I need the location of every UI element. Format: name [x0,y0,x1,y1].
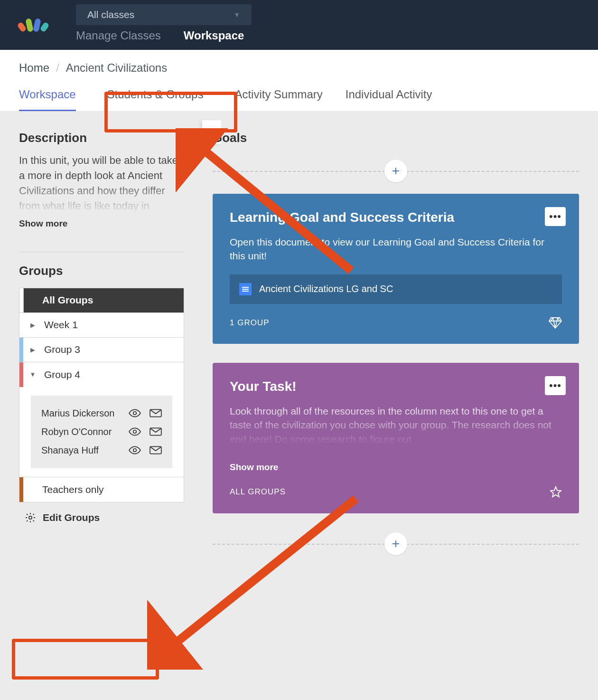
group-label: Group 3 [42,344,80,355]
edit-groups-label: Edit Groups [43,512,100,523]
logo-petal [17,21,27,32]
page-tabs: Workspace Students & Groups Activity Sum… [19,88,579,111]
breadcrumb-separator: / [56,61,59,75]
card-body: Open this document to view our Learning … [230,235,562,263]
eye-icon[interactable] [129,427,141,436]
tab-individual-activity[interactable]: Individual Activity [346,88,432,111]
mail-icon[interactable] [150,427,162,436]
add-row: + [213,160,579,182]
show-more-link[interactable]: Show more [230,462,278,473]
attachment-name: Ancient Civilizations LG and SC [259,284,393,294]
card-body: Look through all of the resources in the… [230,404,562,446]
add-button[interactable]: + [384,532,407,555]
logo [19,19,47,32]
show-more-link[interactable]: Show more [19,218,67,229]
description-title: Description [19,131,184,145]
group-label: Teachers only [23,484,104,495]
card-attachment[interactable]: Ancient Civilizations LG and SC [230,274,562,304]
main-column: Goals + ••• Learning Goal and Success Cr… [194,112,598,700]
mail-icon[interactable] [150,445,162,455]
description-text: In this unit, you will be able to take a… [19,153,184,214]
logo-petal [39,21,49,32]
groups-title: Groups [19,264,184,278]
eye-icon[interactable] [129,408,141,418]
member-row: Shanaya Huff [41,441,162,460]
card-footer-label: ALL GROUPS [230,487,286,497]
group-item-week1[interactable]: ▶ Week 1 [19,313,184,338]
member-name: Shanaya Huff [41,445,99,456]
subheader: Home / Ancient Civilizations Workspace S… [0,50,598,112]
chevron-down-icon: ▼ [234,11,240,19]
document-icon [239,283,252,295]
star-icon [550,486,562,498]
add-button[interactable]: + [384,160,407,182]
breadcrumb: Home / Ancient Civilizations [19,61,579,75]
member-row: Robyn O'Connor [41,423,162,441]
group-item-teachers-only[interactable]: Teachers only [19,477,184,502]
group-members-panel: Marius Dickerson Robyn O'Connor [19,387,184,477]
group-label: All Groups [23,294,93,306]
svg-point-0 [133,412,137,415]
eye-icon[interactable] [129,445,141,455]
group-item-group4[interactable]: ▼ Group 4 [19,362,184,387]
card-menu-button[interactable]: ••• [545,207,566,226]
goal-card[interactable]: ••• Learning Goal and Success Criteria O… [213,194,579,344]
sidebar: Description In this unit, you will be ab… [0,112,194,700]
chevron-right-icon: ▶ [23,346,42,353]
member-name: Robyn O'Connor [41,426,112,437]
group-label: Week 1 [42,319,78,331]
svg-point-4 [133,449,137,452]
card-title: Your Task! [230,378,562,395]
goals-title: Goals [213,131,579,145]
breadcrumb-current: Ancient Civilizations [66,61,167,75]
tab-students-groups[interactable]: Students & Groups [99,88,212,111]
top-navbar: All classes ▼ Manage Classes Workspace [0,0,598,50]
card-title: Learning Goal and Success Criteria [230,209,562,226]
goal-card[interactable]: ••• Your Task! Look through all of the r… [213,363,579,513]
breadcrumb-home[interactable]: Home [19,61,49,75]
nav-tab-manage-classes[interactable]: Manage Classes [76,29,161,42]
class-selector-label: All classes [87,9,134,20]
edit-groups-button[interactable]: Edit Groups [19,502,184,533]
tab-workspace[interactable]: Workspace [19,88,76,111]
chevron-right-icon: ▶ [23,322,42,329]
svg-point-6 [29,516,32,519]
groups-list: All Groups ▶ Week 1 ▶ Group 3 ▼ Group 4 [19,288,184,502]
logo-petal [25,18,34,32]
group-label: Group 4 [42,369,80,380]
card-menu-button[interactable]: ••• [545,376,566,395]
nav-tab-workspace[interactable]: Workspace [184,29,244,42]
tab-activity-summary[interactable]: Activity Summary [234,88,322,111]
card-footer-label: 1 GROUP [230,318,270,328]
group-item-all[interactable]: All Groups [19,288,184,313]
chevron-down-icon: ▼ [23,371,42,378]
svg-point-2 [133,430,137,434]
class-selector-dropdown[interactable]: All classes ▼ [76,4,252,25]
member-row: Marius Dickerson [41,404,162,423]
member-name: Marius Dickerson [41,408,114,419]
add-row: + [213,532,579,555]
mail-icon[interactable] [150,408,162,418]
group-item-group3[interactable]: ▶ Group 3 [19,338,184,362]
logo-petal [33,18,41,32]
diamond-icon [549,317,562,329]
gear-icon [25,512,36,523]
